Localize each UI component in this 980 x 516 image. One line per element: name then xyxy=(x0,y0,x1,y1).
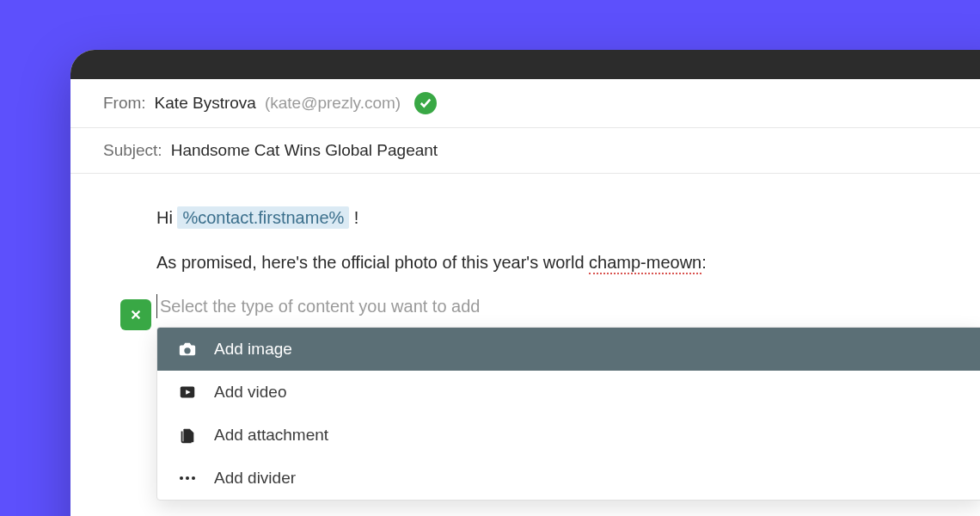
line2-prefix: As promised, here's the official photo o… xyxy=(156,253,589,272)
content-type-placeholder: Select the type of content you want to a… xyxy=(160,297,480,316)
from-label: From: xyxy=(103,94,146,113)
from-row: From: Kate Bystrova (kate@prezly.com) xyxy=(70,79,980,128)
video-icon xyxy=(178,383,197,402)
from-name: Kate Bystrova xyxy=(155,94,256,113)
option-add-attachment[interactable]: Add attachment xyxy=(157,414,980,457)
dots-icon xyxy=(178,469,197,488)
verified-badge xyxy=(414,92,437,114)
close-icon xyxy=(130,309,142,321)
subject-value[interactable]: Handsome Cat Wins Global Pageant xyxy=(171,141,438,160)
camera-icon xyxy=(178,340,197,359)
body-line-2: As promised, here's the official photo o… xyxy=(156,249,980,275)
greeting-prefix: Hi xyxy=(156,208,177,227)
subject-row: Subject: Handsome Cat Wins Global Pagean… xyxy=(70,128,980,174)
option-add-video[interactable]: Add video xyxy=(157,371,980,414)
attachment-icon xyxy=(178,426,197,445)
window-titlebar xyxy=(70,50,980,79)
subject-label: Subject: xyxy=(103,141,162,160)
spell-error[interactable]: champ-meown xyxy=(589,253,701,274)
check-icon xyxy=(420,97,432,109)
content-type-input[interactable]: Select the type of content you want to a… xyxy=(156,294,980,318)
compose-window: From: Kate Bystrova (kate@prezly.com) Su… xyxy=(70,50,980,516)
email-body[interactable]: Hi %contact.firstname% ! As promised, he… xyxy=(70,174,980,501)
greeting-line: Hi %contact.firstname% ! xyxy=(156,205,980,230)
option-label: Add attachment xyxy=(214,426,328,445)
line2-suffix: : xyxy=(701,253,707,272)
option-label: Add video xyxy=(214,383,287,402)
content-type-dropdown: Add image Add video Add attachment xyxy=(156,327,980,501)
option-add-divider[interactable]: Add divider xyxy=(157,457,980,500)
merge-field-firstname[interactable]: %contact.firstname% xyxy=(177,206,349,229)
option-add-image[interactable]: Add image xyxy=(157,328,980,371)
close-insert-button[interactable] xyxy=(120,299,151,330)
from-email: (kate@prezly.com) xyxy=(265,94,401,113)
option-label: Add divider xyxy=(214,469,296,488)
greeting-suffix: ! xyxy=(349,208,358,227)
page-background: From: Kate Bystrova (kate@prezly.com) Su… xyxy=(0,0,980,516)
option-label: Add image xyxy=(214,340,292,359)
